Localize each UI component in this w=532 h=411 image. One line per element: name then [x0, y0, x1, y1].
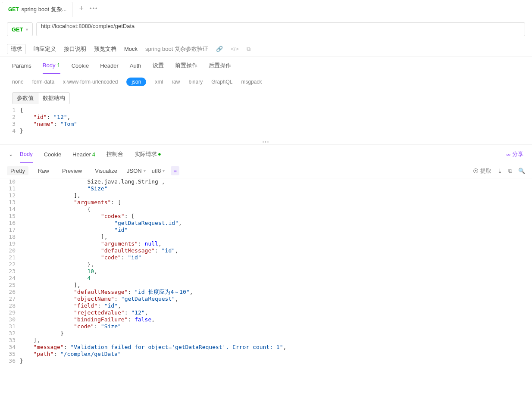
tab-params[interactable]: Params	[12, 58, 31, 73]
tab-auth[interactable]: Auth	[130, 58, 141, 73]
body-type-graphql[interactable]: GraphQL	[211, 79, 232, 85]
tab-mock[interactable]: Mock	[124, 46, 138, 52]
copy-icon[interactable]: ⧉	[247, 46, 250, 53]
view-visualize[interactable]: Visualize	[91, 166, 121, 175]
body-mode-segment: 参数值 数据结构	[12, 92, 70, 104]
window-tab[interactable]: GET spring boot 复杂...	[2, 2, 73, 17]
resp-tab-body[interactable]: Body	[20, 146, 33, 163]
tab-request[interactable]: 请求	[7, 44, 26, 54]
format-select[interactable]: JSON▾	[127, 168, 146, 174]
tab-header[interactable]: Header	[100, 58, 119, 73]
more-icon[interactable]: •••	[90, 5, 98, 12]
breadcrumb: spring boot 复杂参数验证	[145, 45, 208, 53]
chevron-down-icon: ▾	[144, 168, 146, 173]
seg-data-structure[interactable]: 数据结构	[38, 93, 69, 104]
tab-post-script[interactable]: 后置操作	[209, 57, 231, 74]
body-type-binary[interactable]: binary	[188, 79, 203, 85]
resp-tab-cookie[interactable]: Cookie	[44, 146, 61, 163]
body-type-msgpack[interactable]: msgpack	[241, 79, 262, 85]
header-count-badge: 4	[92, 151, 95, 158]
window-tab-bar: GET spring boot 复杂... + •••	[0, 0, 532, 17]
encoding-select[interactable]: utf8▾	[152, 168, 165, 174]
format-label: JSON	[127, 168, 142, 174]
tab-settings[interactable]: 设置	[153, 57, 164, 74]
body-type-row: none form-data x-www-form-urlencoded jso…	[0, 74, 532, 90]
body-type-urlencoded[interactable]: x-www-form-urlencoded	[63, 79, 118, 85]
view-raw[interactable]: Raw	[34, 166, 53, 175]
response-body-viewer[interactable]: 1011121314151617181920212223242526272829…	[0, 178, 532, 369]
tab-body-label: Body	[43, 62, 56, 68]
chevron-down-icon[interactable]: ⌄	[9, 151, 13, 157]
view-pretty[interactable]: Pretty	[7, 166, 28, 175]
body-badge: 1	[57, 62, 60, 68]
request-code[interactable]: { "id": "12", "name": "Tom"}	[20, 107, 528, 134]
extract-label: 提取	[480, 168, 491, 174]
request-gutter: 1234	[4, 107, 20, 134]
url-row: GET ▾ http://localhost:8080/complex/getD…	[0, 17, 532, 41]
response-toolbar: Pretty Raw Preview Visualize JSON▾ utf8▾…	[0, 164, 532, 178]
chevron-down-icon: ▾	[163, 168, 165, 173]
tab-body[interactable]: Body1	[43, 58, 60, 74]
format-icon[interactable]: ≡	[171, 166, 179, 175]
body-mode-row: 参数值 数据结构	[0, 90, 532, 107]
tab-response-def[interactable]: 响应定义	[34, 45, 56, 53]
resp-tab-header[interactable]: Header4	[72, 146, 95, 163]
url-text: http://localhost:8080/complex/getData	[41, 23, 135, 29]
extract-button[interactable]: ⦿ 提取	[473, 167, 491, 175]
tab-interface-desc[interactable]: 接口说明	[64, 45, 86, 53]
request-tabs: Params Body1 Cookie Header Auth 设置 前置操作 …	[0, 57, 532, 74]
resp-tab-real-request[interactable]: 实际请求●	[135, 145, 161, 163]
http-method: GET	[12, 26, 23, 33]
http-method-select[interactable]: GET ▾	[7, 22, 33, 36]
resp-tab-real-label: 实际请求	[135, 151, 157, 157]
add-tab-icon[interactable]: +	[79, 4, 84, 13]
save-icon[interactable]: ⤓	[498, 168, 502, 174]
view-preview[interactable]: Preview	[59, 166, 85, 175]
status-dot-icon: ●	[158, 151, 161, 157]
resp-tab-console[interactable]: 控制台	[106, 145, 123, 163]
share-icon: ∞	[507, 151, 510, 158]
tab-cookie[interactable]: Cookie	[72, 58, 89, 73]
code-icon[interactable]: </>	[231, 46, 239, 52]
body-type-none[interactable]: none	[12, 79, 24, 85]
body-type-xml[interactable]: xml	[155, 79, 163, 85]
pane-divider[interactable]: •••	[0, 139, 532, 145]
body-type-form-data[interactable]: form-data	[32, 79, 54, 85]
search-icon[interactable]: 🔍	[518, 168, 525, 174]
share-label: 分享	[512, 150, 523, 158]
doc-tabs: 请求 响应定义 接口说明 预览文档 Mock spring boot 复杂参数验…	[0, 41, 532, 57]
seg-param-value[interactable]: 参数值	[13, 93, 38, 104]
tab-pre-script[interactable]: 前置操作	[175, 57, 197, 74]
tab-preview-doc[interactable]: 预览文档	[94, 45, 116, 53]
resp-tab-header-label: Header	[72, 151, 91, 158]
tab-title: spring boot 复杂...	[22, 6, 67, 13]
tab-method: GET	[8, 6, 19, 12]
response-gutter: 1011121314151617181920212223242526272829…	[4, 178, 20, 364]
body-type-raw[interactable]: raw	[172, 79, 180, 85]
response-code: Size.java.lang.String , "Size" ], "argum…	[20, 178, 528, 364]
url-input[interactable]: http://localhost:8080/complex/getData	[36, 22, 525, 36]
encoding-label: utf8	[152, 168, 161, 174]
chevron-down-icon: ▾	[26, 27, 28, 32]
body-type-json[interactable]: json	[126, 78, 146, 86]
link-icon[interactable]: 🔗	[216, 46, 223, 52]
response-tabs: ⌄ Body Cookie Header4 控制台 实际请求● ∞分享	[0, 145, 532, 164]
request-body-editor[interactable]: 1234 { "id": "12", "name": "Tom"}	[0, 107, 532, 139]
copy-icon[interactable]: ⧉	[508, 168, 512, 174]
share-button[interactable]: ∞分享	[507, 150, 523, 158]
